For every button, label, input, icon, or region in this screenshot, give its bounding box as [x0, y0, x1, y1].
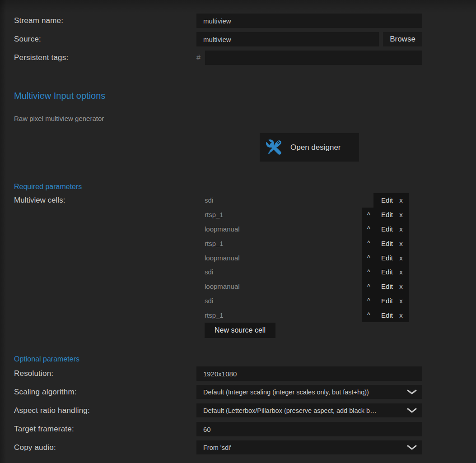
cell-source-name: loopmanual [205, 282, 362, 290]
cell-source-name: loopmanual [205, 254, 362, 262]
optional-select-value: From 'sdi' [203, 444, 403, 451]
persistent-tags-row: Persistent tags: # [14, 51, 476, 65]
cell-actions: ^ Edit x [362, 250, 409, 265]
multiview-cells-row: Multiview cells: sdi Edit x rtsp_1 ^ Edi… [14, 193, 476, 338]
source-label: Source: [14, 35, 196, 44]
optional-field-row: Scaling algorithm: Default (Integer scal… [14, 385, 476, 399]
open-designer-button[interactable]: Open designer [260, 133, 359, 162]
multiview-cell-row: sdi Edit x [205, 193, 409, 208]
move-up-button[interactable]: ^ [365, 294, 377, 308]
cell-source-name: sdi [205, 268, 362, 276]
multiview-input-options-title: Multiview Input options [14, 90, 476, 102]
multiview-cells-list: sdi Edit x rtsp_1 ^ Edit x loopmanual ^ … [205, 193, 409, 322]
open-designer-label: Open designer [290, 143, 341, 152]
multiview-cell-row: sdi ^ Edit x [205, 294, 409, 308]
browse-button[interactable]: Browse [383, 32, 422, 46]
move-up-button[interactable]: ^ [365, 222, 377, 236]
edit-cell-button[interactable]: Edit [377, 294, 397, 308]
optional-select[interactable]: Default (Letterbox/Pillarbox (preserve a… [196, 403, 422, 417]
cell-actions: ^ Edit x [362, 279, 409, 294]
cell-source-name: sdi [205, 196, 373, 204]
designer-button-row: Open designer [14, 133, 476, 162]
multiview-settings-page: { "colors": { "accent": "#2d84c6", "back… [0, 0, 476, 463]
multiview-cells-label: Multiview cells: [14, 193, 196, 205]
optional-field-label: Scaling algorithm: [14, 388, 196, 397]
remove-cell-button[interactable]: x [397, 236, 405, 250]
multiview-cell-row: sdi ^ Edit x [205, 265, 409, 279]
cell-actions: ^ Edit x [362, 294, 409, 308]
cell-source-name: sdi [205, 297, 362, 305]
move-up-button[interactable]: ^ [365, 308, 377, 322]
persistent-tags-label: Persistent tags: [14, 53, 196, 62]
edit-cell-button[interactable]: Edit [377, 250, 397, 265]
optional-rows: Resolution: Scaling algorithm: Default (… [14, 366, 476, 454]
multiview-cell-row: loopmanual ^ Edit x [205, 279, 409, 294]
optional-parameters-title: Optional parameters [14, 355, 476, 363]
wrench-screwdriver-icon [266, 139, 283, 156]
edit-cell-button[interactable]: Edit [377, 308, 397, 322]
remove-cell-button[interactable]: x [397, 193, 405, 208]
cell-actions: ^ Edit x [362, 265, 409, 279]
cell-source-name: rtsp_1 [205, 211, 362, 218]
remove-cell-button[interactable]: x [397, 222, 405, 236]
multiview-cell-row: rtsp_1 ^ Edit x [205, 308, 409, 322]
source-input[interactable] [196, 32, 379, 46]
move-up-button[interactable]: ^ [365, 265, 377, 279]
chevron-down-icon [407, 408, 417, 413]
cell-source-name: rtsp_1 [205, 240, 362, 247]
optional-field-label: Resolution: [14, 369, 196, 378]
multiview-cell-row: loopmanual ^ Edit x [205, 250, 409, 265]
optional-select-value: Default (Letterbox/Pillarbox (preserve a… [203, 407, 403, 414]
settings-form: Stream name: Source: Browse Persistent t… [0, 0, 476, 454]
stream-name-row: Stream name: [14, 14, 476, 28]
persistent-tags-group: # [196, 51, 422, 65]
remove-cell-button[interactable]: x [397, 279, 405, 294]
multiview-cell-row: loopmanual ^ Edit x [205, 222, 409, 236]
optional-text-input[interactable] [196, 366, 422, 381]
stream-name-label: Stream name: [14, 16, 196, 25]
move-up-button[interactable]: ^ [365, 236, 377, 250]
optional-field-row: Copy audio: From 'sdi' [14, 440, 476, 454]
move-up-button[interactable]: ^ [365, 279, 377, 294]
optional-field-row: Aspect ratio handling: Default (Letterbo… [14, 403, 476, 417]
remove-cell-button[interactable]: x [397, 294, 405, 308]
cell-actions: ^ Edit x [362, 236, 409, 250]
new-source-cell-button[interactable]: New source cell [205, 323, 275, 338]
hash-prefix-icon: # [196, 54, 205, 62]
stream-name-input[interactable] [196, 14, 422, 28]
multiview-cell-row: rtsp_1 ^ Edit x [205, 236, 409, 250]
edit-cell-button[interactable]: Edit [377, 222, 397, 236]
required-parameters-title: Required parameters [14, 182, 476, 191]
multiview-cell-row: rtsp_1 ^ Edit x [205, 208, 409, 222]
optional-field-row: Target framerate: [14, 422, 476, 436]
persistent-tags-input[interactable] [205, 51, 422, 65]
generator-description: Raw pixel multiview generator [14, 115, 476, 123]
optional-field-label: Aspect ratio handling: [14, 406, 196, 415]
cell-actions: ^ Edit x [362, 308, 409, 322]
optional-select-value: Default (Integer scaling (integer scales… [203, 389, 403, 396]
edit-cell-button[interactable]: Edit [377, 236, 397, 250]
optional-field-label: Copy audio: [14, 443, 196, 452]
remove-cell-button[interactable]: x [397, 265, 405, 279]
cell-actions: ^ Edit x [362, 222, 409, 236]
remove-cell-button[interactable]: x [397, 250, 405, 265]
chevron-down-icon [407, 389, 417, 394]
optional-select[interactable]: Default (Integer scaling (integer scales… [196, 385, 422, 399]
cell-source-name: loopmanual [205, 225, 362, 233]
optional-field-row: Resolution: [14, 366, 476, 380]
cell-actions: ^ Edit x [362, 208, 409, 222]
move-up-button[interactable]: ^ [365, 250, 377, 265]
source-row: Source: Browse [14, 32, 476, 46]
edit-cell-button[interactable]: Edit [377, 193, 397, 208]
remove-cell-button[interactable]: x [397, 308, 405, 322]
cell-source-name: rtsp_1 [205, 311, 362, 319]
optional-field-label: Target framerate: [14, 425, 196, 434]
edit-cell-button[interactable]: Edit [377, 279, 397, 294]
edit-cell-button[interactable]: Edit [377, 208, 397, 222]
move-up-button[interactable]: ^ [365, 208, 377, 222]
chevron-down-icon [407, 445, 417, 450]
optional-text-input[interactable] [196, 422, 422, 436]
edit-cell-button[interactable]: Edit [377, 265, 397, 279]
remove-cell-button[interactable]: x [397, 208, 405, 222]
optional-select[interactable]: From 'sdi' [196, 440, 422, 454]
